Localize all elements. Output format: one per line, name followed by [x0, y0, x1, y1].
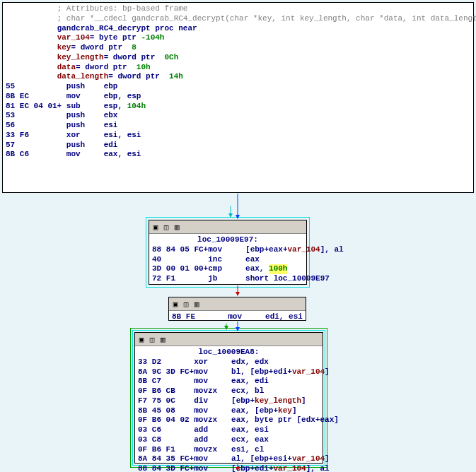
node-toolbar: ▣ ◫ ▥	[135, 333, 323, 346]
disasm-node-loc-10009E97[interactable]: ▣ ◫ ▥ loc_10009E97:88 84 05 FC+mov [ebp+…	[149, 220, 307, 285]
node1-body: ; Attributes: bp-based frame ; char *__c…	[3, 3, 473, 161]
view-icon[interactable]: ◫	[182, 300, 190, 308]
collapse-icon[interactable]: ▣	[151, 223, 160, 231]
bars-icon[interactable]: ▥	[173, 223, 181, 231]
disasm-node-mov-edi-esi[interactable]: ▣ ◫ ▥ 8B FE mov edi, esi	[168, 297, 306, 321]
node2-body: loc_10009E97:88 84 05 FC+mov [ebp+eax+va…	[149, 234, 306, 285]
view-icon[interactable]: ◫	[162, 223, 170, 231]
collapse-icon[interactable]: ▣	[137, 335, 146, 343]
disasm-node-loc-10009EA8[interactable]: ▣ ◫ ▥ loc_10009EA8:33 D2 xor edx, edx8A …	[134, 332, 323, 464]
view-icon[interactable]: ◫	[148, 335, 156, 343]
node4-body: loc_10009EA8:33 D2 xor edx, edx8A 9C 3D …	[135, 346, 323, 472]
bars-icon[interactable]: ▥	[158, 335, 167, 343]
collapse-icon[interactable]: ▣	[171, 300, 180, 308]
node3-body: 8B FE mov edi, esi	[169, 311, 306, 324]
node-toolbar: ▣ ◫ ▥	[169, 297, 306, 311]
bars-icon[interactable]: ▥	[192, 300, 201, 308]
disasm-node-proc-header[interactable]: ; Attributes: bp-based frame ; char *__c…	[2, 2, 474, 193]
node-toolbar: ▣ ◫ ▥	[149, 220, 306, 234]
